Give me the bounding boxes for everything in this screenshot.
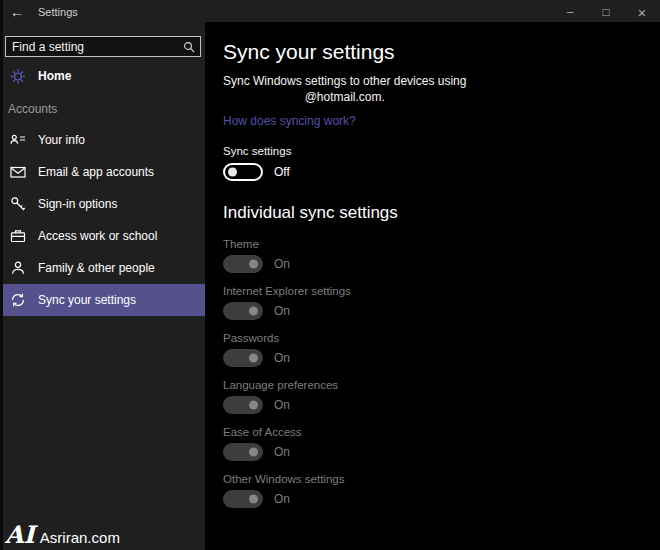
toggle-thumb — [249, 448, 258, 457]
sync-item-label: Language preferences — [223, 378, 660, 392]
sync-description: Sync Windows settings to other devices u… — [223, 73, 466, 105]
sync-item-toggle[interactable] — [223, 302, 263, 320]
back-icon[interactable]: ← — [0, 4, 34, 20]
sync-item-internet-explorer-settings: Internet Explorer settings On — [223, 284, 660, 320]
sidebar-item-home[interactable]: Home — [0, 62, 205, 90]
how-syncing-works-link[interactable]: How does syncing work? — [223, 113, 356, 129]
sidebar-section-accounts: Accounts — [8, 102, 205, 116]
sidebar-item-label: Email & app accounts — [38, 165, 154, 179]
sync-icon — [10, 292, 26, 308]
sidebar-item-label: Your info — [38, 133, 85, 147]
sync-item-toggle[interactable] — [223, 490, 263, 508]
search-icon[interactable] — [178, 41, 200, 53]
sidebar-item-sync-your-settings[interactable]: Sync your settings — [0, 284, 205, 316]
sync-item-toggle[interactable] — [223, 443, 263, 461]
close-button[interactable]: × — [624, 0, 660, 24]
sidebar-item-label: Sync your settings — [38, 293, 136, 307]
sidebar-items: Your info Email & app accounts Sign-in o… — [0, 124, 205, 316]
sidebar-item-label: Access work or school — [38, 229, 157, 243]
toggle-thumb — [249, 260, 258, 269]
sync-description-line1: Sync Windows settings to other devices u… — [223, 73, 466, 89]
sync-item-toggle[interactable] — [223, 349, 263, 367]
sidebar-item-label: Family & other people — [38, 261, 155, 275]
sidebar-item-family-other-people[interactable]: Family & other people — [0, 252, 205, 284]
sync-item-toggle[interactable] — [223, 255, 263, 273]
sync-item-passwords: Passwords On — [223, 331, 660, 367]
contact-card-icon — [10, 132, 26, 148]
toggle-thumb — [249, 495, 258, 504]
sync-settings-toggle[interactable] — [223, 163, 263, 181]
sync-settings-label: Sync settings — [223, 144, 660, 158]
window-title: Settings — [38, 6, 78, 18]
briefcase-icon — [10, 228, 26, 244]
sidebar-item-sign-in-options[interactable]: Sign-in options — [0, 188, 205, 220]
titlebar: ← Settings – □ × — [0, 0, 660, 24]
minimize-button[interactable]: – — [552, 0, 588, 24]
toggle-thumb — [228, 168, 237, 177]
sync-settings-state: Off — [274, 165, 290, 179]
maximize-button[interactable]: □ — [588, 0, 624, 24]
search-box — [5, 36, 201, 57]
sync-item-label: Theme — [223, 237, 660, 251]
key-icon — [10, 196, 26, 212]
sync-item-language-preferences: Language preferences On — [223, 378, 660, 414]
sync-item-label: Ease of Access — [223, 425, 660, 439]
page-title: Sync your settings — [223, 40, 660, 64]
sync-item-label: Internet Explorer settings — [223, 284, 660, 298]
sidebar-item-your-info[interactable]: Your info — [0, 124, 205, 156]
sidebar-home-label: Home — [38, 69, 71, 83]
sidebar-item-label: Sign-in options — [38, 197, 117, 211]
gear-icon — [10, 68, 26, 84]
sync-item-ease-of-access: Ease of Access On — [223, 425, 660, 461]
envelope-icon — [10, 164, 26, 180]
individual-sync-settings-title: Individual sync settings — [223, 203, 660, 223]
sidebar-item-email-app-accounts[interactable]: Email & app accounts — [0, 156, 205, 188]
sync-item-state: On — [274, 351, 290, 365]
sync-item-label: Passwords — [223, 331, 660, 345]
settings-window: ← Settings – □ × Home Accounts — [0, 0, 660, 550]
asriran-logo: AI — [5, 522, 35, 548]
toggle-thumb — [249, 307, 258, 316]
sync-item-state: On — [274, 304, 290, 318]
main-content: Sync your settings Sync Windows settings… — [205, 22, 660, 550]
sync-item-other-windows-settings: Other Windows settings On — [223, 472, 660, 508]
window-controls: – □ × — [552, 0, 660, 24]
sync-settings-toggle-row: Off — [223, 163, 660, 181]
sync-item-label: Other Windows settings — [223, 472, 660, 486]
sync-item-state: On — [274, 398, 290, 412]
sync-item-toggle[interactable] — [223, 396, 263, 414]
person-icon — [10, 260, 26, 276]
toggle-thumb — [249, 401, 258, 410]
sync-description-line2: @hotmail.com. — [223, 89, 466, 105]
toggle-thumb — [249, 354, 258, 363]
search-input[interactable] — [6, 40, 178, 54]
watermark: AI Asriran.com — [5, 522, 120, 548]
watermark-text: Asriran.com — [40, 529, 120, 546]
sync-item-state: On — [274, 257, 290, 271]
sidebar-item-access-work-or-school[interactable]: Access work or school — [0, 220, 205, 252]
sync-item-state: On — [274, 492, 290, 506]
sync-item-state: On — [274, 445, 290, 459]
sync-item-theme: Theme On — [223, 237, 660, 273]
individual-toggle-list: Theme On Internet Explorer settings On — [223, 237, 660, 508]
sidebar: Home Accounts Your info Email & app acco… — [0, 24, 205, 550]
